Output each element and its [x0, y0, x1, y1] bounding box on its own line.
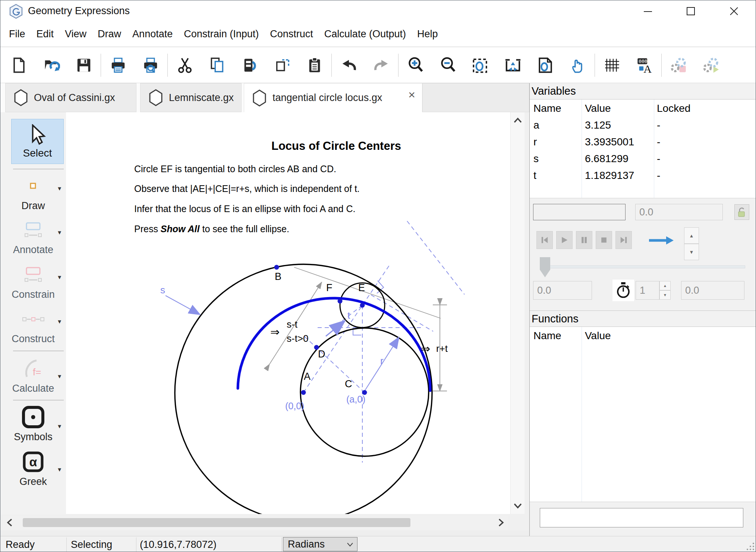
point-B[interactable]	[274, 265, 279, 270]
horizontal-scroll-thumb[interactable]	[23, 518, 410, 527]
cut-button[interactable]	[168, 51, 201, 79]
paste-button[interactable]	[298, 51, 331, 79]
output-settings-button[interactable]	[695, 51, 727, 79]
zoom-page-button[interactable]	[529, 51, 561, 79]
animation-slider-track[interactable]	[545, 265, 745, 268]
chevron-down-icon[interactable]: ▼	[57, 423, 62, 429]
variable-locked[interactable]: -	[657, 170, 660, 182]
variable-locked[interactable]: -	[657, 136, 660, 148]
chevron-down-icon[interactable]: ▼	[57, 318, 62, 325]
variable-value[interactable]: 1.1829137	[585, 170, 634, 182]
zoom-region-button[interactable]	[464, 51, 497, 79]
zoom-out-button[interactable]	[432, 51, 464, 79]
menu-calculate-output[interactable]: Calculate (Output)	[319, 22, 412, 47]
constrain-tool-button[interactable]: Constrain ▼	[0, 261, 66, 300]
greek-tool-button[interactable]: α Greek ▼	[0, 448, 66, 488]
menu-edit[interactable]: Edit	[31, 22, 60, 47]
point-A[interactable]	[301, 390, 306, 395]
function-formula-input[interactable]	[540, 508, 743, 527]
point-F[interactable]	[338, 299, 343, 304]
tab-tangential-circle-locus[interactable]: tangential circle locus.gx ×	[244, 83, 422, 112]
print-button[interactable]	[102, 51, 134, 79]
variable-locked[interactable]: -	[657, 119, 660, 131]
angle-unit-select[interactable]: Radians	[283, 537, 357, 551]
resize-grip-icon[interactable]	[746, 542, 755, 551]
pan-hand-button[interactable]	[561, 51, 594, 79]
chevron-down-icon[interactable]: ▼	[57, 185, 62, 192]
chevron-down-icon[interactable]: ▼	[57, 466, 62, 473]
variable-value[interactable]: 3.125	[585, 119, 611, 131]
direction-arrow-icon[interactable]	[648, 236, 674, 245]
point-E[interactable]	[360, 303, 365, 308]
minimize-button[interactable]	[636, 0, 660, 22]
menu-draw[interactable]: Draw	[92, 22, 127, 47]
grid-button[interactable]	[596, 51, 628, 79]
drawing-canvas[interactable]: Locus of Circle Centers Circle EF is tan…	[66, 112, 510, 514]
tab-lemniscate[interactable]: Lemniscate.gx	[140, 83, 242, 112]
undo-button[interactable]	[333, 51, 365, 79]
horizontal-scrollbar[interactable]	[3, 515, 508, 530]
functions-table[interactable]: Name Value	[530, 327, 756, 502]
variable-value[interactable]: 3.3935001	[585, 136, 634, 148]
menu-view[interactable]: View	[59, 22, 92, 47]
animation-variable-input[interactable]	[533, 204, 626, 220]
fit-to-window-button[interactable]	[497, 51, 529, 79]
zoom-in-button[interactable]	[399, 51, 432, 79]
locus-ellipse-arc[interactable]	[238, 298, 430, 391]
new-document-button[interactable]	[3, 51, 35, 79]
paste-special-button[interactable]	[266, 51, 298, 79]
vertical-scrollbar[interactable]	[510, 112, 525, 514]
copy-button[interactable]	[201, 51, 233, 79]
variable-value[interactable]: 6.681299	[585, 153, 629, 165]
variable-name[interactable]: r	[533, 136, 537, 148]
animation-value-input[interactable]: 0.0	[635, 204, 723, 220]
chevron-down-icon[interactable]: ▼	[57, 373, 62, 379]
symbols-tool-button[interactable]: Symbols ▼	[0, 404, 66, 443]
animation-slider-thumb[interactable]	[540, 257, 550, 277]
variable-name[interactable]: a	[533, 119, 539, 131]
speed-up-button[interactable]: ▲	[684, 227, 699, 244]
tab-oval-of-cassini[interactable]: Oval of Cassini.gx	[5, 83, 136, 112]
open-button[interactable]	[35, 51, 67, 79]
copy-drawing-button[interactable]	[233, 51, 266, 79]
pause-button[interactable]	[576, 231, 592, 249]
construct-tool-button[interactable]: Construct ▼	[0, 306, 66, 345]
calculate-tool-button[interactable]: f= Calculate ▼	[0, 355, 66, 394]
speed-down-button[interactable]: ▼	[684, 244, 699, 260]
chevron-down-icon[interactable]: ▼	[57, 274, 62, 280]
menu-file[interactable]: File	[3, 22, 31, 47]
skip-to-start-button[interactable]	[536, 231, 553, 249]
chevron-down-icon[interactable]: ▼	[57, 229, 62, 236]
lock-toggle-button[interactable]	[734, 204, 749, 220]
duration-up-button[interactable]: ▲	[659, 281, 671, 290]
print-preview-button[interactable]	[134, 51, 167, 79]
scroll-up-icon[interactable]	[514, 117, 522, 123]
menu-construct[interactable]: Construct	[264, 22, 319, 47]
variable-name[interactable]: t	[533, 170, 536, 182]
save-button[interactable]	[67, 51, 100, 79]
tab-close-icon[interactable]: ×	[408, 89, 415, 101]
variable-locked[interactable]: -	[657, 153, 660, 165]
input-settings-button[interactable]	[662, 51, 695, 79]
animation-start-input[interactable]: 0.0	[533, 281, 592, 300]
select-tool-button[interactable]: Select	[11, 119, 64, 164]
annotate-tool-button[interactable]: Annotate ▼	[0, 217, 66, 256]
stop-button[interactable]	[596, 231, 612, 249]
animation-end-input[interactable]: 0.0	[681, 281, 744, 300]
menu-help[interactable]: Help	[412, 22, 444, 47]
duration-input[interactable]: 1	[636, 281, 659, 300]
close-button[interactable]	[722, 0, 746, 22]
play-button[interactable]	[556, 231, 573, 249]
scroll-right-button[interactable]	[495, 517, 507, 528]
scroll-down-icon[interactable]	[514, 503, 522, 509]
scroll-left-button[interactable]	[3, 517, 16, 528]
redo-button[interactable]	[365, 51, 397, 79]
draw-tool-button[interactable]: Draw ▼	[0, 173, 66, 212]
variable-name[interactable]: s	[533, 153, 539, 165]
number-format-button[interactable]: 000A	[628, 51, 661, 79]
menu-constrain-input[interactable]: Constrain (Input)	[178, 22, 264, 47]
duration-down-button[interactable]: ▼	[659, 290, 671, 300]
menu-annotate[interactable]: Annotate	[127, 22, 178, 47]
variables-table[interactable]: Name Value Locked a 3.125 - r 3.3935001 …	[530, 100, 756, 198]
skip-to-end-button[interactable]	[615, 231, 632, 249]
